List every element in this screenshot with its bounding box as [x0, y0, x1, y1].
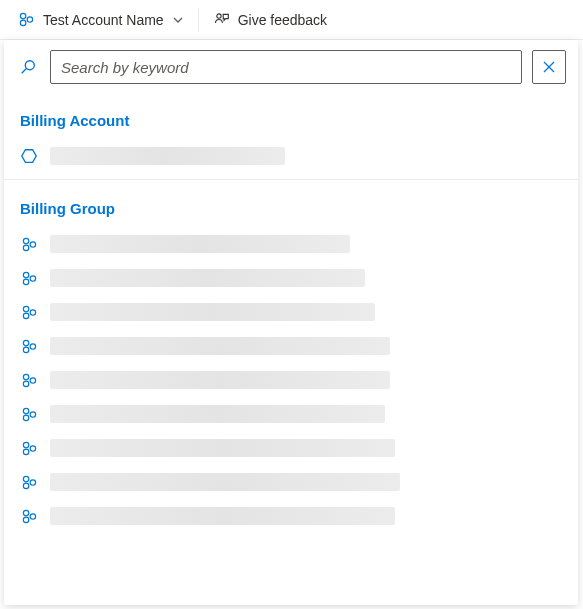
list-item[interactable]	[4, 295, 578, 329]
billing-group-icon	[20, 440, 38, 457]
billing-group-icon	[20, 270, 38, 287]
svg-point-14	[30, 275, 35, 280]
svg-point-22	[23, 381, 28, 386]
scope-dropdown-panel: Billing Account Billing Group	[4, 40, 578, 605]
svg-point-1	[20, 20, 25, 25]
redacted-text	[50, 473, 400, 491]
svg-point-17	[30, 309, 35, 314]
feedback-label: Give feedback	[238, 12, 328, 28]
search-input[interactable]	[61, 59, 511, 76]
svg-marker-8	[22, 150, 36, 163]
list-item[interactable]	[4, 499, 578, 533]
svg-point-32	[30, 479, 35, 484]
section-divider	[4, 179, 578, 180]
svg-point-9	[23, 238, 28, 243]
redacted-text	[50, 507, 395, 525]
billing-group-icon	[18, 11, 35, 28]
svg-line-5	[22, 68, 27, 73]
svg-point-27	[23, 442, 28, 447]
chevron-down-icon	[172, 14, 184, 26]
svg-point-33	[23, 510, 28, 515]
results-list[interactable]: Billing Account Billing Group	[4, 94, 578, 605]
svg-point-24	[23, 408, 28, 413]
hexagon-icon	[20, 147, 38, 165]
topbar: Test Account Name Give feedback	[0, 0, 583, 40]
list-item[interactable]	[4, 329, 578, 363]
redacted-text	[50, 439, 395, 457]
svg-point-20	[30, 343, 35, 348]
redacted-text	[50, 269, 365, 287]
divider	[198, 8, 199, 32]
search-input-wrap	[50, 50, 522, 84]
billing-group-icon	[20, 508, 38, 525]
redacted-text	[50, 235, 350, 253]
billing-group-icon	[20, 372, 38, 389]
billing-group-icon	[20, 338, 38, 355]
svg-point-19	[23, 347, 28, 352]
svg-point-4	[25, 61, 34, 70]
section-header-billing-account: Billing Account	[4, 98, 578, 139]
list-item[interactable]	[4, 363, 578, 397]
svg-point-10	[23, 245, 28, 250]
list-item[interactable]	[4, 465, 578, 499]
section-header-billing-group: Billing Group	[4, 186, 578, 227]
billing-group-icon	[20, 406, 38, 423]
svg-point-23	[30, 377, 35, 382]
search-icon	[16, 58, 40, 76]
redacted-text	[50, 303, 375, 321]
svg-point-3	[216, 14, 220, 18]
svg-point-11	[30, 241, 35, 246]
close-icon	[541, 59, 557, 75]
svg-point-12	[23, 272, 28, 277]
svg-point-18	[23, 340, 28, 345]
svg-point-13	[23, 279, 28, 284]
redacted-text	[50, 371, 390, 389]
feedback-icon	[213, 11, 230, 28]
svg-point-2	[27, 17, 32, 22]
svg-point-16	[23, 313, 28, 318]
svg-point-34	[23, 517, 28, 522]
svg-point-28	[23, 449, 28, 454]
svg-point-31	[23, 483, 28, 488]
scope-selector-label: Test Account Name	[43, 12, 164, 28]
svg-point-35	[30, 513, 35, 518]
svg-point-30	[23, 476, 28, 481]
svg-point-15	[23, 306, 28, 311]
svg-point-25	[23, 415, 28, 420]
list-item[interactable]	[4, 397, 578, 431]
billing-group-icon	[20, 304, 38, 321]
redacted-text	[50, 337, 390, 355]
close-button[interactable]	[532, 50, 566, 84]
list-item[interactable]	[4, 227, 578, 261]
scope-selector-button[interactable]: Test Account Name	[8, 5, 194, 34]
feedback-button[interactable]: Give feedback	[203, 5, 338, 34]
list-item[interactable]	[4, 261, 578, 295]
list-item[interactable]	[4, 139, 578, 173]
billing-group-icon	[20, 236, 38, 253]
redacted-text	[50, 405, 385, 423]
redacted-text	[50, 147, 285, 165]
list-item[interactable]	[4, 431, 578, 465]
billing-group-icon	[20, 474, 38, 491]
svg-point-21	[23, 374, 28, 379]
svg-point-0	[20, 13, 25, 18]
search-row	[4, 40, 578, 94]
svg-point-26	[30, 411, 35, 416]
svg-point-29	[30, 445, 35, 450]
